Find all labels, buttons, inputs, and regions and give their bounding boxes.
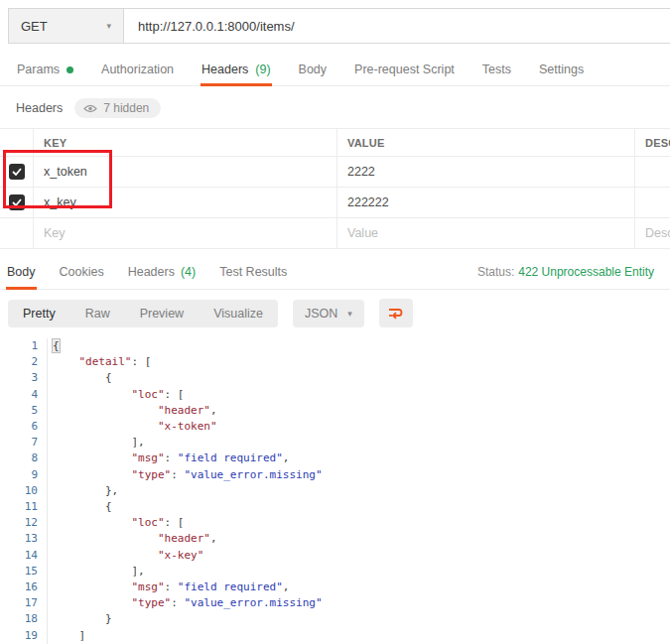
response-body-editor[interactable]: 1{2"detail": [3{4"loc": [5"header",6"x-t… <box>0 336 670 644</box>
token-k: "header" <box>158 404 210 417</box>
tab-label: Test Results <box>219 265 287 279</box>
line-number: 10 <box>0 483 38 499</box>
code-line: 2"detail": [ <box>0 354 670 370</box>
token-k: "loc" <box>131 516 164 529</box>
code-line-content: "loc": [ <box>47 515 670 531</box>
response-tab-cookies[interactable]: Cookies <box>59 255 105 290</box>
tab-count: (4) <box>181 265 196 279</box>
line-number: 19 <box>0 628 38 644</box>
row-checkbox[interactable] <box>9 194 25 210</box>
chevron-down-icon: ▾ <box>347 309 352 319</box>
check-icon <box>12 168 22 176</box>
line-number: 18 <box>0 611 38 627</box>
tab-label: Body <box>7 265 36 279</box>
method-dropdown[interactable]: GET ▾ <box>9 9 124 43</box>
header-key-cell[interactable]: x_token <box>33 157 336 187</box>
request-tab-headers[interactable]: Headers(9) <box>201 54 272 86</box>
row-checkbox[interactable] <box>9 164 25 180</box>
token-p: : [ <box>131 355 151 368</box>
token-p: , <box>283 580 290 593</box>
code-line-content: ], <box>47 564 670 580</box>
token-p: }, <box>105 484 118 497</box>
tab-label: Body <box>299 63 328 76</box>
params-green-dot-icon <box>67 66 73 73</box>
description-placeholder-cell[interactable]: Description <box>634 218 670 248</box>
check-icon <box>12 198 22 206</box>
view-mode-raw[interactable]: Raw <box>70 300 125 327</box>
code-line-content: "header", <box>47 531 670 547</box>
status-value: 422 Unprocessable Entity <box>518 265 654 279</box>
tab-label: Headers <box>128 265 175 279</box>
headers-table: KEY VALUE DESCRIPTION x_token 2222 x_key… <box>0 128 670 249</box>
format-label: JSON <box>305 307 337 321</box>
code-line: 6"x-token" <box>0 419 670 435</box>
header-value-cell[interactable]: 2222 <box>336 157 634 187</box>
format-dropdown[interactable]: JSON ▾ <box>293 300 364 327</box>
hidden-headers-badge[interactable]: 7 hidden <box>74 98 161 118</box>
token-p: { <box>105 371 112 384</box>
headers-title: Headers <box>16 101 63 115</box>
code-line-content: "msg": "field required", <box>47 580 670 595</box>
request-tab-settings[interactable]: Settings <box>538 54 585 86</box>
line-number: 11 <box>0 499 38 515</box>
header-description-cell[interactable] <box>634 157 670 187</box>
code-line: 14"x-key" <box>0 548 670 564</box>
code-line: 12"loc": [ <box>0 515 670 531</box>
token-p: { <box>105 500 112 513</box>
response-tab-headers[interactable]: Headers(4) <box>127 255 198 290</box>
token-k: "header" <box>158 532 210 545</box>
code-line-content: ], <box>47 435 670 451</box>
request-tab-params[interactable]: Params <box>16 54 74 86</box>
token-p: ], <box>131 436 144 449</box>
view-mode-pretty[interactable]: Pretty <box>8 300 70 327</box>
code-line-content: { <box>47 338 670 354</box>
response-tab-body[interactable]: Body <box>6 255 37 290</box>
token-k: "loc" <box>131 388 164 401</box>
token-p: : <box>171 468 184 481</box>
line-number: 3 <box>0 370 38 386</box>
code-line-content: "type": "value_error.missing" <box>47 595 670 611</box>
token-p: : <box>165 451 178 464</box>
tab-label: Tests <box>482 63 511 76</box>
wrap-lines-button[interactable] <box>379 299 413 327</box>
url-bar: GET ▾ <box>8 8 670 44</box>
code-line-content: }, <box>47 483 670 499</box>
token-p: } <box>105 612 112 625</box>
code-line-content: "msg": "field required", <box>47 451 670 466</box>
code-line-content: "x-token" <box>47 419 670 435</box>
tab-count: (9) <box>255 63 270 76</box>
method-label: GET <box>21 19 48 34</box>
request-tab-authorization[interactable]: Authorization <box>100 54 175 86</box>
response-tab-test-results[interactable]: Test Results <box>218 255 288 290</box>
header-key-cell[interactable]: x_key <box>33 188 336 217</box>
key-placeholder-cell[interactable]: Key <box>33 218 336 248</box>
header-description-cell[interactable] <box>634 188 670 217</box>
line-number: 15 <box>0 564 38 580</box>
line-number: 14 <box>0 548 38 564</box>
hidden-headers-label: 7 hidden <box>103 101 149 115</box>
code-line: 17"type": "value_error.missing" <box>0 595 670 611</box>
table-row: x_key 222222 <box>0 188 670 218</box>
view-mode-preview[interactable]: Preview <box>125 300 199 327</box>
request-tab-pre-request-script[interactable]: Pre-request Script <box>353 54 456 86</box>
view-mode-visualize[interactable]: Visualize <box>199 300 278 327</box>
column-header-key: KEY <box>33 129 336 156</box>
header-value-cell[interactable]: 222222 <box>336 188 634 217</box>
tab-label: Headers <box>201 63 248 76</box>
chevron-down-icon: ▾ <box>106 21 111 31</box>
code-line: 11{ <box>0 499 670 515</box>
token-p: , <box>210 404 217 417</box>
value-placeholder-cell[interactable]: Value <box>336 218 634 248</box>
request-tab-body[interactable]: Body <box>298 54 329 86</box>
code-line: 8"msg": "field required", <box>0 451 670 466</box>
code-line-content: "loc": [ <box>47 387 670 403</box>
token-p: : [ <box>165 516 185 529</box>
line-number: 2 <box>0 354 38 370</box>
tab-label: Params <box>17 63 60 76</box>
token-p: ] <box>78 629 85 642</box>
token-k: "detail" <box>78 355 131 368</box>
url-input[interactable] <box>124 9 670 43</box>
line-number: 5 <box>0 403 38 419</box>
line-number: 16 <box>0 580 38 595</box>
request-tab-tests[interactable]: Tests <box>481 54 512 86</box>
